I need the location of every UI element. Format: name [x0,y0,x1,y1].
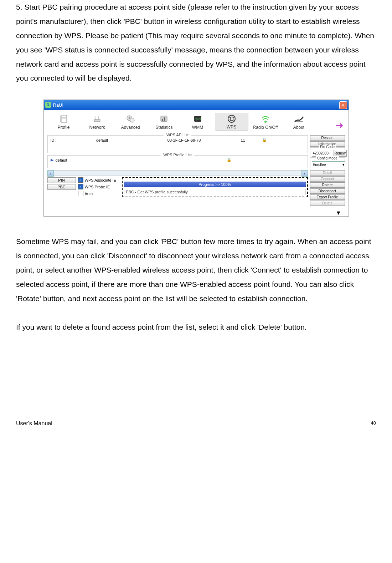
pbc-button[interactable]: PBC [47,184,76,190]
export-profile-button[interactable]: Export Profile [310,194,345,200]
configmode-label: Config Mode [316,156,339,160]
profile-row[interactable]: ▶ default 🔒 [50,157,305,163]
pincode-input[interactable] [312,150,333,157]
raui-screenshot: R RaUI ✕ Profile Network Advanc [43,100,349,217]
wps-profile-list-fieldset: WPS Profile List ▶ default 🔒 [47,155,308,168]
close-icon[interactable]: ✕ [339,101,347,109]
ap-ssid: default [65,138,140,142]
tab-about-label: About [293,125,304,130]
progress-area: Progress >> 100% PBC - Get WPS profile s… [122,177,308,197]
next-arrow-icon[interactable]: ➜ [334,120,345,131]
delete-button[interactable]: Delete [310,201,345,206]
disconnect-button[interactable]: Disconnect [310,188,345,194]
svg-rect-11 [162,119,163,121]
tab-profile[interactable]: Profile [47,113,80,131]
svg-point-16 [264,121,267,123]
svg-point-8 [130,118,134,122]
footer-title: User's Manual [16,420,52,427]
tab-about[interactable]: About [283,113,315,131]
svg-point-15 [228,115,235,122]
checkbox-icon [78,191,83,196]
progress-bar: Progress >> 100% [124,182,305,187]
checkbox-icon: ✓ [78,184,83,189]
play-icon: ▶ [51,158,53,162]
probe-ie-label: WPS Probe IE [85,185,110,189]
app-title: RaUI [53,102,64,108]
pincode-label: Pin Code [319,145,336,149]
pin-button[interactable]: PIN [47,177,76,183]
radio-icon [260,114,271,124]
scroll-left-icon[interactable]: ‹ [47,170,54,177]
renew-button[interactable]: Renew [334,150,347,157]
probe-ie-checkbox[interactable]: ✓ WPS Probe IE [78,184,117,189]
connect-button[interactable]: Connect [310,176,345,182]
assoc-ie-checkbox[interactable]: ✓ WPS Associate IE [78,177,117,183]
checkbox-icon: ✓ [78,177,83,183]
profile-name: default [56,158,227,162]
id-label: ID : [51,138,65,142]
wps-ap-list-fieldset: WPS AP List ID : default 00-1F-1F-1F-69-… [47,135,308,153]
configmode-fieldset: Config Mode Enrollee ▾ [310,159,345,169]
tab-advanced-label: Advanced [121,125,140,130]
auto-label: Auto [85,192,93,196]
tab-network-label: Network [89,125,105,130]
about-icon [293,114,305,124]
tab-radio-label: Radio On/Off [253,125,278,130]
lock-icon: 🔒 [227,158,241,162]
tab-advanced[interactable]: Advanced [114,113,147,131]
tab-profile-label: Profile [57,125,69,130]
toolbar: Profile Network Advanced Statistics [44,110,349,133]
tab-statistics[interactable]: Statistics [148,113,181,131]
chevron-down-icon: ▾ [342,163,344,167]
paragraph-2: Sometime WPS may fail, and you can click… [16,234,376,305]
ap-channel: 11 [229,138,257,142]
svg-rect-4 [94,120,100,122]
tab-radio[interactable]: Radio On/Off [249,113,282,131]
assoc-ie-label: WPS Associate IE [85,178,117,182]
wps-profile-list-label: WPS Profile List [160,153,194,157]
paragraph-1: 5. Start PBC pairing procedure at access… [16,0,376,85]
configmode-dropdown[interactable]: Enrollee ▾ [312,161,345,168]
app-icon: R [45,102,51,108]
ap-mac: 00-1F-1F-1F-69-78 [140,138,229,142]
tab-wmm[interactable]: QoS WMM [181,113,214,131]
configmode-value: Enrollee [313,163,326,167]
lock-icon: 🔒 [257,138,272,142]
network-icon [92,114,103,124]
expand-down-icon[interactable]: ▼ [44,210,349,216]
profile-icon [58,114,69,124]
advanced-icon [125,114,136,124]
auto-checkbox[interactable]: Auto [78,191,117,196]
rotate-button[interactable]: Rotate [310,182,345,188]
footer-page: 40 [371,420,376,427]
svg-point-9 [129,117,130,119]
scroll-right-icon[interactable]: › [301,170,308,177]
footer: User's Manual 40 [16,413,376,434]
rescan-button[interactable]: Rescan [310,135,345,141]
detail-button[interactable]: Detail [310,170,345,176]
tab-wps-label: WPS [227,125,236,130]
progress-status: PBC - Get WPS profile successfully. [124,189,305,195]
titlebar: R RaUI ✕ [44,100,349,110]
wps-icon [226,114,237,124]
svg-rect-1 [60,116,62,122]
tab-network[interactable]: Network [81,113,114,131]
tab-statistics-label: Statistics [155,125,172,130]
statistics-icon [159,114,170,124]
tab-wmm-label: WMM [192,125,203,130]
paragraph-3: If you want to delete a found access poi… [16,320,376,334]
wps-ap-list-label: WPS AP List [164,133,191,137]
scroll-track[interactable] [54,170,301,176]
wmm-icon: QoS [192,114,203,124]
svg-text:QoS: QoS [194,117,201,121]
scrollbar[interactable]: ‹ › [47,170,308,176]
ap-row[interactable]: ID : default 00-1F-1F-1F-69-78 11 🔒 [50,137,305,143]
tab-wps[interactable]: WPS [215,113,248,131]
svg-rect-12 [164,117,165,121]
